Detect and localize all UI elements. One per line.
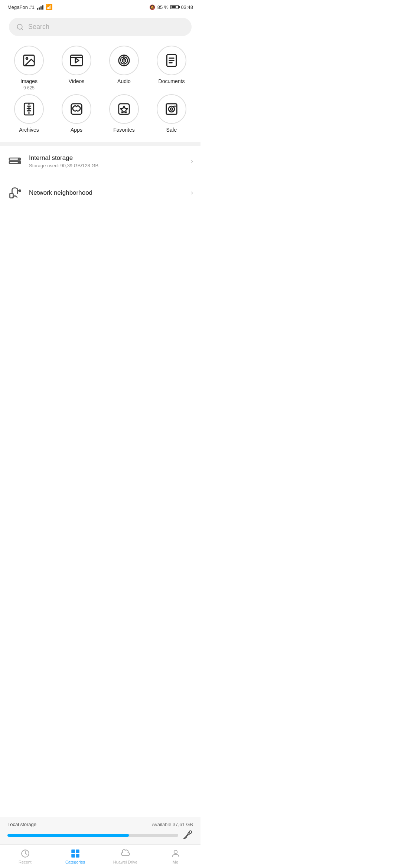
status-right: 🔕 85 % 03:48: [149, 4, 193, 10]
battery-icon: [170, 5, 179, 9]
storage-list: Internal storage Storage used: 90,39 GB/…: [0, 146, 200, 208]
category-safe[interactable]: Safe: [149, 94, 195, 133]
categories-grid: Images 9 625 Videos Audio: [0, 42, 200, 142]
apps-label: Apps: [71, 127, 82, 133]
wifi-icon: 📶: [46, 4, 53, 10]
images-label: Images: [20, 78, 38, 85]
category-audio[interactable]: Audio: [101, 46, 147, 91]
status-bar: MegaFon #1 📶 🔕 85 % 03:48: [0, 0, 200, 13]
carrier-label: MegaFon #1: [7, 4, 35, 10]
svg-marker-5: [75, 58, 79, 63]
category-apps[interactable]: Apps: [53, 94, 100, 133]
category-documents[interactable]: Documents: [149, 46, 195, 91]
category-videos[interactable]: Videos: [53, 46, 100, 91]
image-icon: [22, 53, 36, 68]
time-label: 03:48: [181, 4, 193, 10]
internal-storage-subtitle: Storage used: 90,39 GB/128 GB: [29, 163, 184, 168]
network-icon: [7, 185, 22, 200]
network-storage-info: Network neighborhood: [29, 189, 184, 197]
internal-storage-icon: [7, 154, 22, 169]
archives-label: Archives: [19, 127, 39, 133]
documents-icon: [164, 53, 179, 68]
svg-point-29: [18, 162, 19, 163]
chevron-right-icon-2: ›: [191, 189, 193, 197]
svg-point-3: [26, 57, 28, 59]
safe-icon-circle: [157, 94, 186, 124]
archives-icon-circle: [14, 94, 44, 124]
internal-storage-item[interactable]: Internal storage Storage used: 90,39 GB/…: [7, 146, 193, 177]
battery-label: 85 %: [157, 4, 169, 10]
audio-icon-circle: [109, 46, 139, 75]
category-favorites[interactable]: Favorites: [101, 94, 147, 133]
videos-label: Videos: [69, 78, 85, 85]
svg-point-28: [18, 158, 19, 160]
audio-label: Audio: [117, 78, 131, 85]
svg-marker-21: [121, 106, 128, 113]
category-archives[interactable]: Archives: [6, 94, 52, 133]
svg-point-23: [169, 106, 175, 112]
svg-point-31: [19, 190, 21, 191]
videos-icon-circle: [62, 46, 91, 75]
mute-icon: 🔕: [149, 4, 155, 10]
search-bar[interactable]: Search: [9, 18, 192, 36]
safe-icon: [164, 102, 179, 116]
status-left: MegaFon #1 📶: [7, 4, 53, 10]
svg-line-1: [22, 28, 23, 30]
network-storage-item[interactable]: Network neighborhood ›: [7, 177, 193, 208]
section-divider: [0, 142, 200, 146]
audio-icon: [117, 53, 131, 68]
documents-label: Documents: [159, 78, 185, 85]
internal-storage-info: Internal storage Storage used: 90,39 GB/…: [29, 154, 184, 168]
apps-icon-circle: [62, 94, 91, 124]
search-container: Search: [0, 13, 200, 42]
video-icon: [69, 53, 84, 68]
category-images[interactable]: Images 9 625: [6, 46, 52, 91]
search-icon: [16, 23, 24, 31]
images-count: 9 625: [23, 85, 35, 91]
safe-label: Safe: [166, 127, 177, 133]
archives-icon: [22, 102, 36, 116]
chevron-right-icon: ›: [191, 157, 193, 165]
documents-icon-circle: [157, 46, 186, 75]
favorites-icon: [117, 102, 131, 116]
svg-rect-4: [71, 55, 82, 66]
internal-storage-title: Internal storage: [29, 154, 184, 162]
svg-point-24: [170, 108, 173, 110]
favorites-icon-circle: [109, 94, 139, 124]
apps-icon: [69, 102, 84, 116]
network-storage-title: Network neighborhood: [29, 189, 184, 197]
signal-icon: [37, 4, 43, 10]
favorites-label: Favorites: [113, 127, 135, 133]
images-icon-circle: [14, 46, 44, 75]
search-placeholder: Search: [28, 23, 49, 31]
svg-rect-22: [166, 104, 177, 115]
